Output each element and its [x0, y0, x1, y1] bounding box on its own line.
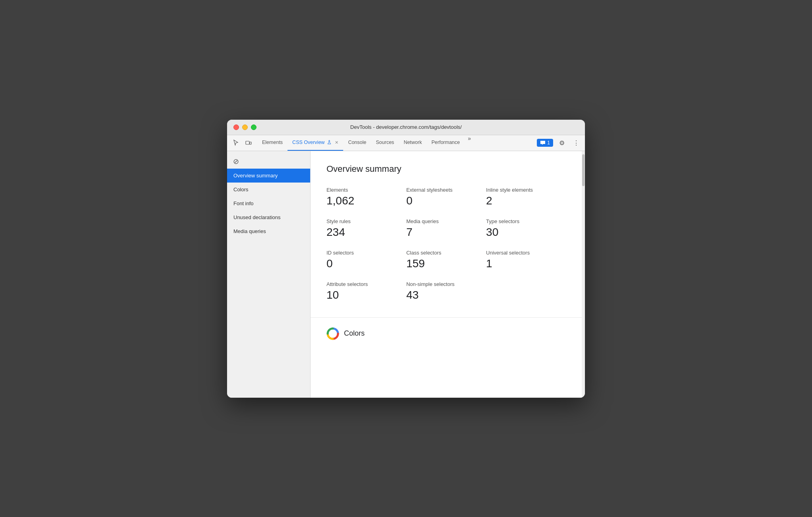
title-bar: DevTools - developer.chrome.com/tags/dev… — [227, 120, 585, 135]
tab-sources[interactable]: Sources — [371, 135, 399, 151]
cursor-icon[interactable] — [230, 137, 241, 148]
devtools-window: DevTools - developer.chrome.com/tags/dev… — [227, 120, 585, 398]
scrollbar[interactable] — [582, 151, 585, 398]
minimize-button[interactable] — [242, 124, 248, 130]
scrollbar-thumb[interactable] — [582, 154, 585, 186]
settings-button[interactable]: ⚙ — [556, 137, 567, 148]
svg-rect-0 — [246, 141, 249, 144]
more-tabs-button[interactable]: » — [465, 135, 474, 151]
stats-grid: Elements 1,062 External stylesheets 0 In… — [326, 187, 566, 301]
sidebar-item-media-queries[interactable]: Media queries — [227, 224, 310, 238]
more-options-button[interactable]: ⋮ — [571, 137, 582, 148]
sidebar-item-overview-summary[interactable]: Overview summary — [227, 169, 310, 183]
tab-console[interactable]: Console — [343, 135, 371, 151]
toolbar-left — [230, 137, 254, 148]
overview-section: Overview summary Elements 1,062 External… — [311, 151, 582, 318]
tab-performance[interactable]: Performance — [427, 135, 465, 151]
stat-non-simple-selectors: Non-simple selectors 43 — [406, 281, 486, 301]
tab-close-icon[interactable]: ✕ — [335, 140, 338, 145]
colors-ring-icon — [326, 327, 339, 340]
stat-external-stylesheets: External stylesheets 0 — [406, 187, 486, 207]
traffic-lights — [233, 124, 256, 130]
stat-media-queries: Media queries 7 — [406, 218, 486, 239]
stat-style-rules: Style rules 234 — [326, 218, 406, 239]
stat-type-selectors: Type selectors 30 — [486, 218, 566, 239]
svg-rect-1 — [250, 142, 251, 144]
maximize-button[interactable] — [251, 124, 256, 130]
chat-icon — [540, 140, 546, 146]
block-icon: ⊘ — [230, 156, 241, 167]
stat-inline-style-elements: Inline style elements 2 — [486, 187, 566, 207]
stat-universal-selectors: Universal selectors 1 — [486, 250, 566, 270]
stat-id-selectors: ID selectors 0 — [326, 250, 406, 270]
section-title: Overview summary — [326, 164, 566, 174]
tab-bar: Elements CSS Overview ✕ Console Sources … — [227, 135, 585, 151]
colors-section: Colors — [311, 318, 582, 350]
colors-section-title: Colors — [344, 329, 365, 338]
close-button[interactable] — [233, 124, 239, 130]
notifications-button[interactable]: 1 — [537, 139, 553, 147]
stat-elements: Elements 1,062 — [326, 187, 406, 207]
stat-class-selectors: Class selectors 159 — [406, 250, 486, 270]
sidebar: ⊘ Overview summary Colors Font info Unus… — [227, 151, 311, 398]
tabs-container: Elements CSS Overview ✕ Console Sources … — [257, 135, 537, 151]
main-layout: ⊘ Overview summary Colors Font info Unus… — [227, 151, 585, 398]
tab-css-overview[interactable]: CSS Overview ✕ — [288, 135, 343, 151]
stat-attribute-selectors: Attribute selectors 10 — [326, 281, 406, 301]
tab-network[interactable]: Network — [399, 135, 427, 151]
sidebar-item-font-info[interactable]: Font info — [227, 196, 310, 210]
window-title: DevTools - developer.chrome.com/tags/dev… — [350, 124, 462, 130]
device-toggle-icon[interactable] — [243, 137, 254, 148]
experiment-icon — [327, 140, 332, 145]
sidebar-item-colors[interactable]: Colors — [227, 183, 310, 196]
tab-elements[interactable]: Elements — [257, 135, 288, 151]
content-area: Overview summary Elements 1,062 External… — [311, 151, 582, 398]
sidebar-item-unused-declarations[interactable]: Unused declarations — [227, 210, 310, 224]
toolbar-right: 1 ⚙ ⋮ — [537, 137, 582, 148]
